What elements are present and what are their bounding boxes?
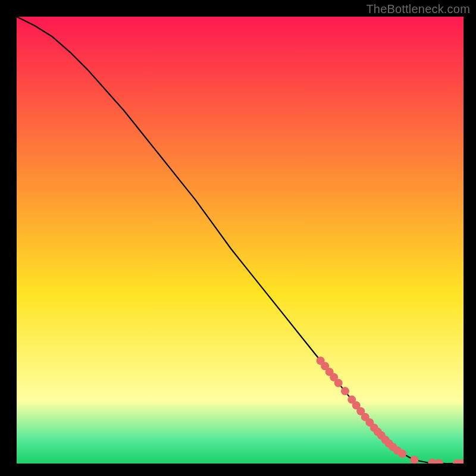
sample-dot <box>341 387 349 395</box>
plot-background <box>17 17 464 464</box>
attribution-text: TheBottleneck.com <box>366 2 470 16</box>
sample-dot <box>334 379 343 387</box>
sample-dot <box>398 449 406 458</box>
bottleneck-chart <box>17 17 464 464</box>
